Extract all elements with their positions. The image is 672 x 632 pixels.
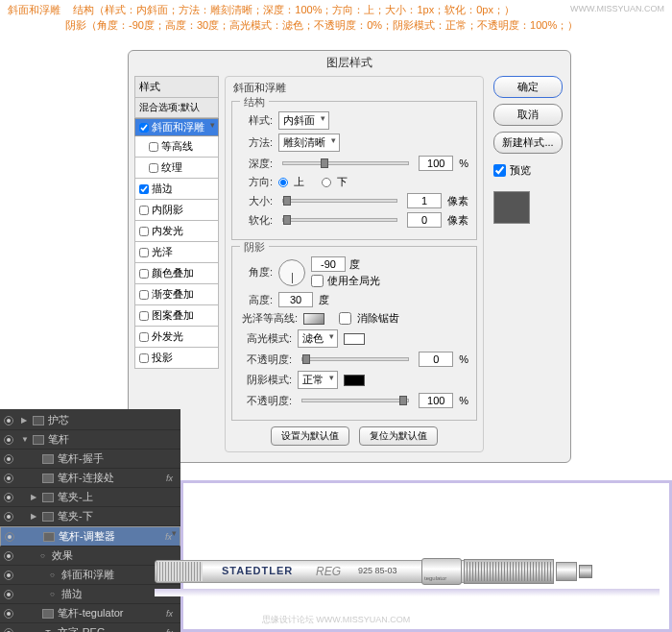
layer-row-10[interactable]: 笔杆-tegulatorfx — [0, 604, 180, 623]
style-label: 颜色叠加 — [152, 266, 194, 280]
blend-options-row[interactable]: 混合选项:默认 — [134, 98, 219, 118]
style-checkbox[interactable] — [139, 353, 149, 363]
highlight-color[interactable] — [344, 333, 365, 345]
layer-label: 斜面和浮雕 — [61, 568, 114, 582]
style-checkbox[interactable] — [139, 206, 149, 215]
shadow-opacity-slider[interactable] — [301, 399, 409, 402]
fold-icon[interactable]: ○ — [50, 590, 58, 598]
layer-thumb-icon — [33, 416, 44, 425]
style-item-10[interactable]: 外发光 — [134, 327, 219, 348]
style-item-7[interactable]: 颜色叠加 — [134, 263, 219, 284]
size-input[interactable]: 1 — [407, 193, 442, 208]
visibility-icon[interactable] — [5, 532, 14, 542]
fold-icon[interactable]: ○ — [40, 551, 48, 560]
method-label: 方法: — [240, 135, 273, 150]
style-checkbox[interactable] — [139, 332, 149, 342]
fx-badge[interactable]: fx — [166, 628, 177, 633]
method-select[interactable]: 雕刻清晰 — [278, 134, 340, 152]
visibility-icon[interactable] — [4, 493, 13, 502]
layer-thumb-icon — [33, 435, 44, 445]
shadow-mode-select[interactable]: 正常 — [298, 371, 338, 389]
direction-down-radio[interactable] — [322, 178, 331, 187]
fold-icon[interactable]: ▶ — [31, 512, 38, 521]
style-checkbox[interactable] — [149, 163, 158, 173]
style-item-0[interactable]: 斜面和浮雕 — [134, 118, 219, 136]
layer-row-5[interactable]: ▶笔夹-下 — [0, 507, 180, 526]
layer-row-9[interactable]: ○描边 — [0, 585, 180, 604]
pct-unit2: % — [459, 353, 468, 365]
style-item-6[interactable]: 光泽 — [134, 242, 219, 263]
visibility-icon[interactable] — [4, 454, 13, 464]
pct-unit: % — [459, 158, 468, 169]
visibility-icon[interactable] — [4, 571, 13, 580]
layer-row-0[interactable]: ▶护芯 — [0, 411, 180, 430]
ok-button[interactable]: 确定 — [493, 76, 563, 98]
style-item-5[interactable]: 内发光 — [134, 221, 219, 242]
visibility-icon[interactable] — [4, 590, 13, 599]
style-checkbox[interactable] — [149, 142, 158, 152]
fold-icon[interactable]: ○ — [50, 571, 58, 579]
gloss-contour[interactable] — [303, 313, 324, 325]
pencil-brand: STAEDTLER — [222, 565, 293, 576]
dialog-buttons: 确定 取消 新建样式... 预览 — [493, 76, 563, 224]
style-select[interactable]: 内斜面 — [278, 111, 329, 130]
layer-row-11[interactable]: T文字-REGfx — [0, 623, 180, 632]
highlight-mode-select[interactable]: 滤色 — [298, 329, 338, 348]
depth-input[interactable]: 100 — [419, 156, 453, 171]
style-item-11[interactable]: 投影 — [134, 348, 219, 369]
visibility-icon[interactable] — [4, 416, 13, 425]
style-checkbox[interactable] — [139, 311, 149, 321]
layer-row-7[interactable]: ○效果 — [0, 547, 180, 566]
style-checkbox[interactable] — [139, 248, 149, 257]
highlight-opacity-slider[interactable] — [301, 357, 409, 361]
new-style-button[interactable]: 新建样式... — [493, 132, 563, 154]
visibility-icon[interactable] — [4, 474, 13, 483]
visibility-icon[interactable] — [4, 628, 13, 633]
visibility-icon[interactable] — [4, 551, 13, 561]
visibility-icon[interactable] — [4, 512, 13, 522]
visibility-icon[interactable] — [4, 609, 13, 619]
visibility-icon[interactable] — [4, 435, 13, 445]
layer-row-8[interactable]: ○斜面和浮雕 — [0, 566, 180, 585]
set-default-button[interactable]: 设置为默认值 — [271, 426, 349, 446]
style-checkbox[interactable] — [139, 290, 149, 300]
cancel-button[interactable]: 取消 — [493, 104, 563, 126]
fold-icon[interactable]: ▶ — [21, 416, 29, 425]
style-checkbox[interactable] — [139, 269, 149, 279]
style-item-8[interactable]: 渐变叠加 — [134, 284, 219, 305]
soften-slider[interactable] — [282, 218, 397, 222]
fx-badge[interactable]: fx — [166, 474, 177, 483]
reset-default-button[interactable]: 复位为默认值 — [359, 426, 438, 446]
preview-checkbox[interactable] — [493, 164, 506, 177]
style-item-3[interactable]: 描边 — [134, 179, 219, 200]
size-slider[interactable] — [282, 199, 397, 203]
layer-row-3[interactable]: 笔杆-连接处fx — [0, 469, 180, 488]
style-item-4[interactable]: 内阴影 — [134, 200, 219, 221]
highlight-opacity-input[interactable]: 0 — [419, 352, 453, 367]
style-checkbox[interactable] — [139, 123, 149, 133]
style-checkbox[interactable] — [139, 184, 149, 194]
style-item-9[interactable]: 图案叠加 — [134, 305, 219, 327]
global-light-checkbox[interactable] — [311, 275, 324, 287]
soften-input[interactable]: 0 — [407, 212, 442, 228]
shadow-color[interactable] — [344, 375, 365, 386]
fx-badge[interactable]: fx — [166, 609, 177, 619]
antialias-checkbox[interactable] — [339, 312, 351, 325]
layer-row-6[interactable]: 笔杆-调整器fx — [0, 526, 180, 547]
direction-up-radio[interactable] — [278, 178, 288, 187]
altitude-input[interactable]: 30 — [278, 292, 313, 307]
shadow-opacity-input[interactable]: 100 — [419, 393, 453, 408]
fold-icon[interactable]: ▼ — [21, 435, 29, 444]
depth-slider[interactable] — [282, 161, 409, 165]
layer-row-4[interactable]: ▶笔夹-上 — [0, 488, 180, 507]
fold-icon[interactable]: ▶ — [31, 493, 38, 501]
style-item-2[interactable]: 纹理 — [134, 158, 219, 179]
dialog-title: 图层样式 — [129, 51, 570, 75]
angle-input[interactable]: -90 — [311, 256, 346, 272]
fx-badge[interactable]: fx — [165, 532, 176, 542]
layer-row-1[interactable]: ▼笔杆 — [0, 430, 180, 450]
style-checkbox[interactable] — [139, 227, 149, 236]
angle-wheel[interactable] — [278, 259, 305, 286]
style-item-1[interactable]: 等高线 — [134, 136, 219, 158]
layer-row-2[interactable]: 笔杆-握手 — [0, 450, 180, 469]
